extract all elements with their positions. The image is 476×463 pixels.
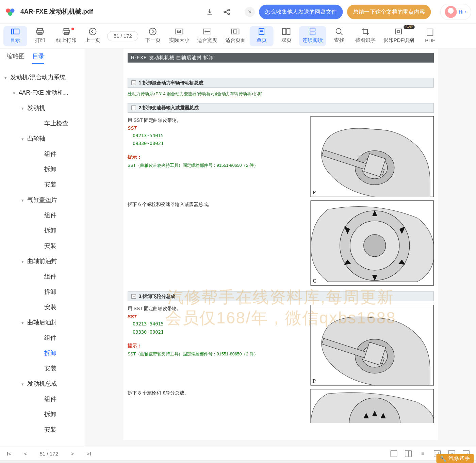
outline-node[interactable]: ▾凸轮轴 bbox=[0, 131, 85, 146]
outline-label: 车上检查 bbox=[44, 119, 68, 127]
horizontal-scrollbar[interactable] bbox=[0, 461, 476, 463]
outline-node[interactable]: ▾发动机 bbox=[0, 100, 85, 116]
hint-text: SST（曲轴皮带轮夹持工具）固定螺栓部件号：91551-80650（2 件） bbox=[128, 350, 306, 357]
outline-node[interactable]: 安装 bbox=[0, 238, 85, 254]
first-page-icon[interactable]: I< bbox=[7, 450, 11, 457]
outline-node[interactable]: ▾气缸盖垫片 bbox=[0, 192, 85, 208]
outline-label: 组件 bbox=[44, 150, 56, 158]
body-text: 用 SST 固定曲轴皮带轮。 bbox=[128, 116, 306, 124]
toolbar: 目录 打印 线上打印 上一页 51 / 172 下一页 1:1实际大小 适合宽度… bbox=[0, 24, 476, 49]
view-double-icon[interactable] bbox=[405, 450, 412, 457]
next-page-icon bbox=[149, 28, 157, 35]
outline-node[interactable]: 车上检查 bbox=[0, 116, 85, 131]
tb-online-print-label: 线上打印 bbox=[56, 37, 77, 44]
collapse-box-icon[interactable]: − bbox=[131, 294, 136, 299]
tb-two-label: 双页 bbox=[281, 37, 292, 44]
outline-node[interactable]: 安装 bbox=[0, 361, 85, 376]
sst-label: SST bbox=[128, 125, 137, 130]
title-bar: 4AR-FXE 发动机机械.pdf ✕ 怎么收集他人发送的网盘文件 总结一下这个… bbox=[0, 0, 476, 24]
outline-node[interactable]: ▾4AR-FXE 发动机... bbox=[0, 85, 85, 100]
chevron-right-icon: › bbox=[465, 10, 466, 14]
chevron-down-icon: ▾ bbox=[3, 75, 8, 80]
tb-print-label: 打印 bbox=[35, 37, 45, 44]
outline-node[interactable]: 拆卸 bbox=[0, 223, 85, 238]
download-icon[interactable] bbox=[206, 7, 214, 16]
next-page-icon[interactable]: > bbox=[71, 450, 74, 457]
outline-node[interactable]: ▾曲轴后油封 bbox=[0, 315, 85, 330]
chevron-down-icon: ▾ bbox=[20, 320, 25, 325]
tb-print[interactable]: 打印 bbox=[28, 26, 52, 46]
tb-fit-page[interactable]: 适合页面 bbox=[222, 26, 249, 46]
outline-node[interactable]: ▾曲轴前油封 bbox=[0, 254, 85, 269]
sidebar: 缩略图 目录 ▾发动机/混合动力系统▾4AR-FXE 发动机...▾发动机车上检… bbox=[0, 49, 85, 446]
outline-node[interactable]: 安装 bbox=[0, 422, 85, 437]
tb-pdf-ocr[interactable]: SVIP影印PDF识别 bbox=[380, 26, 417, 46]
tb-single-label: 单页 bbox=[257, 37, 267, 44]
tb-two-page[interactable]: 双页 bbox=[275, 26, 298, 46]
tb-pdfocr-label: 影印PDF识别 bbox=[383, 37, 414, 44]
outline-label: 拆卸 bbox=[44, 165, 56, 173]
file-title: 4AR-FXE 发动机机械.pdf bbox=[20, 8, 93, 16]
tb-actual-size[interactable]: 1:1实际大小 bbox=[166, 26, 193, 46]
outline-label: 安装 bbox=[44, 303, 56, 311]
tab-outline[interactable]: 目录 bbox=[32, 53, 44, 64]
tb-fit-width[interactable]: 适合宽度 bbox=[194, 26, 221, 46]
figure-tag-c: C bbox=[313, 278, 316, 284]
outline-node[interactable]: 组件 bbox=[0, 330, 85, 346]
outline-node[interactable]: 组件 bbox=[0, 208, 85, 223]
step-1-header: − 1.拆卸混合动力车辆传动桥总成 bbox=[128, 78, 434, 88]
tb-online-print[interactable]: 线上打印 bbox=[53, 26, 80, 46]
svg-point-31 bbox=[397, 30, 400, 33]
red-dot-icon bbox=[71, 28, 74, 30]
outline-node[interactable]: 拆卸 bbox=[0, 346, 85, 361]
tb-actual-label: 实际大小 bbox=[169, 37, 190, 44]
document-viewport[interactable]: R-FXE 发动机机械 曲轴后油封 拆卸 − 1.拆卸混合动力车辆传动桥总成 处… bbox=[85, 49, 476, 446]
outline-node[interactable]: 拆卸 bbox=[0, 407, 85, 422]
svg-point-2 bbox=[8, 11, 13, 16]
close-suggestions-icon[interactable]: ✕ bbox=[245, 6, 255, 17]
last-page-icon[interactable]: >I bbox=[87, 450, 91, 457]
tb-find[interactable]: 查找 bbox=[327, 26, 351, 46]
tb-pdfmore-label: PDF bbox=[425, 37, 435, 43]
prev-page-icon bbox=[88, 28, 97, 35]
tb-ocr-screenshot[interactable]: 截图识字 bbox=[352, 26, 379, 46]
assistant-chip[interactable]: Hi › bbox=[440, 4, 471, 20]
figure-tag-p: P bbox=[313, 189, 316, 196]
bottom-page-indicator[interactable]: 51 / 172 bbox=[40, 450, 58, 457]
toc-icon bbox=[11, 28, 20, 35]
collapse-box-icon[interactable]: − bbox=[131, 80, 136, 85]
view-single-icon[interactable] bbox=[391, 450, 397, 457]
tb-continuous[interactable]: 连续阅读 bbox=[299, 26, 326, 46]
outline-label: 拆卸 bbox=[44, 288, 56, 296]
outline-node[interactable]: 拆卸 bbox=[0, 162, 85, 177]
suggestion-pill-2[interactable]: 总结一下这个文档的重点内容 bbox=[347, 4, 431, 19]
tb-next-page[interactable]: 下一页 bbox=[141, 26, 165, 46]
tb-prev-page[interactable]: 上一页 bbox=[81, 26, 105, 46]
svg-rect-24 bbox=[282, 29, 286, 35]
page-indicator[interactable]: 51 / 172 bbox=[107, 31, 138, 41]
suggestion-pill-1[interactable]: 怎么收集他人发送的网盘文件 bbox=[259, 4, 343, 19]
tb-single-page[interactable]: 单页 bbox=[250, 26, 274, 46]
outline-node[interactable]: 组件 bbox=[0, 146, 85, 162]
tb-pdf-more[interactable]: PDF bbox=[418, 26, 442, 46]
outline-node[interactable]: 拆卸 bbox=[0, 284, 85, 300]
outline-node[interactable]: 组件 bbox=[0, 269, 85, 284]
tb-toc[interactable]: 目录 bbox=[3, 26, 27, 46]
collapse-box-icon[interactable]: − bbox=[131, 106, 136, 110]
svg-rect-6 bbox=[12, 29, 19, 34]
figure-tag-p: P bbox=[313, 378, 316, 384]
outline-label: 曲轴前油封 bbox=[27, 257, 57, 265]
outline-node[interactable]: 安装 bbox=[0, 177, 85, 192]
share-icon[interactable] bbox=[223, 7, 231, 16]
pdf-icon bbox=[426, 29, 434, 35]
outline-node[interactable]: 安装 bbox=[0, 300, 85, 315]
prev-page-icon[interactable]: < bbox=[24, 450, 27, 457]
outline-node[interactable]: 组件 bbox=[0, 392, 85, 407]
step-1-breadcrumb[interactable]: 处动力传动系>P314 混合动力变速器/传动桥>混合动力车辆传动桥>拆卸 bbox=[128, 91, 434, 97]
tab-thumbnails[interactable]: 缩略图 bbox=[7, 53, 25, 64]
outline-node[interactable]: ▾发动机/混合动力系统 bbox=[0, 70, 85, 85]
single-page-icon bbox=[258, 28, 266, 35]
view-continuous-icon[interactable]: ☰ bbox=[420, 450, 426, 457]
outline-node[interactable]: ▾发动机总成 bbox=[0, 376, 85, 392]
outline-label: 组件 bbox=[44, 211, 56, 219]
